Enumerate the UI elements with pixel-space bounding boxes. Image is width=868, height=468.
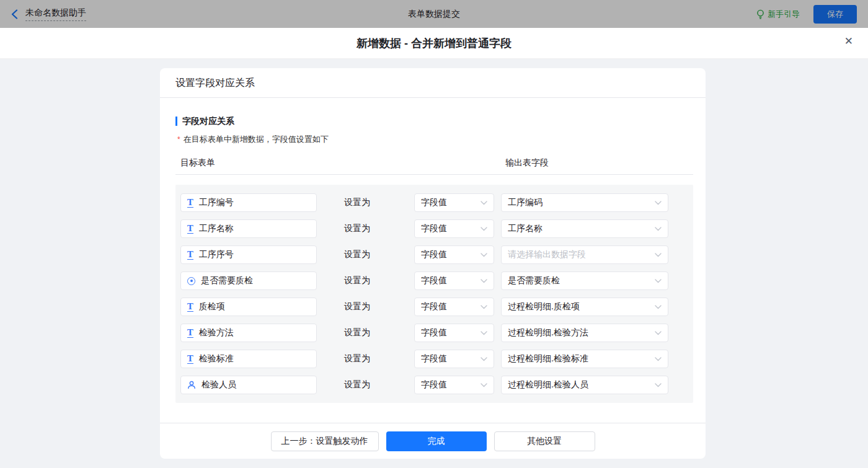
target-field-name: 质检项 (199, 301, 225, 312)
target-field-box: T 检验方法 (180, 324, 317, 342)
output-field-select[interactable]: 工序编码 (501, 193, 668, 212)
value-mode-selected: 字段值 (421, 327, 447, 338)
mapping-row: T 工序序号 设置为 字段值 请选 (180, 245, 688, 264)
chevron-down-icon (655, 357, 662, 361)
target-field-box: 检验人员 (180, 376, 317, 394)
output-field-select[interactable]: 过程检明细.检验方法 (501, 324, 668, 342)
close-icon[interactable]: ✕ (844, 36, 853, 46)
target-field-name: 检验方法 (199, 327, 234, 338)
set-as-label: 设置为 (344, 275, 370, 286)
mapping-row: 检验人员 设置为 字段值 过程检明细.检验人员 (180, 376, 688, 394)
value-mode-select[interactable]: 字段值 (414, 298, 494, 316)
previous-step-button[interactable]: 上一步：设置触发动作 (271, 431, 379, 451)
modal-body: 设置字段对应关系 字段对应关系 *在目标表单中新增数据，字段值设置如下 目标表单… (0, 59, 868, 468)
other-settings-button[interactable]: 其他设置 (494, 431, 595, 451)
chevron-down-icon (480, 201, 487, 205)
text-field-icon: T (187, 302, 193, 312)
target-field-name: 工序名称 (199, 223, 234, 234)
chevron-down-icon (480, 357, 487, 361)
output-field-select[interactable]: 过程检明细.质检项 (501, 298, 668, 316)
chevron-down-icon (655, 331, 662, 335)
chevron-down-icon (655, 201, 662, 205)
value-mode-select[interactable]: 字段值 (414, 350, 494, 368)
note-text: 在目标表单中新增数据，字段值设置如下 (184, 135, 329, 144)
chevron-down-icon (655, 279, 662, 283)
output-select-value: 工序编码 (508, 197, 542, 208)
column-header-target-form: 目标表单 (180, 157, 215, 169)
output-select-value: 请选择输出数据字段 (508, 249, 586, 260)
value-mode-selected: 字段值 (421, 301, 447, 312)
value-mode-select[interactable]: 字段值 (414, 245, 494, 264)
target-field-name: 工序序号 (199, 249, 234, 260)
output-field-select[interactable]: 是否需要质检 (501, 272, 668, 290)
text-field-icon: T (187, 329, 193, 338)
top-bar: 未命名数据助手 表单数据提交 新手引导 保存 (0, 0, 868, 28)
modal-title: 新增数据 - 合并新增到普通字段 (356, 36, 512, 51)
output-select-value: 过程检明细.检验标准 (508, 353, 588, 364)
output-select-value: 过程检明细.检验方法 (508, 327, 588, 338)
set-as-label: 设置为 (344, 379, 370, 391)
chevron-down-icon (655, 253, 662, 257)
section-note: *在目标表单中新增数据，字段值设置如下 (175, 134, 693, 145)
set-as-label: 设置为 (344, 223, 370, 234)
chevron-down-icon (480, 331, 487, 335)
target-field-name: 检验标准 (199, 353, 234, 364)
mapping-row: T 工序编号 设置为 字段值 工序 (180, 193, 688, 212)
chevron-down-icon (480, 227, 487, 231)
output-field-select[interactable]: 工序名称 (501, 219, 668, 238)
output-select-value: 是否需要质检 (508, 275, 560, 286)
value-mode-selected: 字段值 (421, 223, 447, 234)
text-field-icon: T (187, 198, 193, 208)
set-as-label: 设置为 (344, 249, 370, 260)
page-dim-overlay (0, 0, 868, 28)
output-field-select[interactable]: 过程检明细.检验标准 (501, 350, 668, 368)
section-title: 字段对应关系 (175, 117, 693, 126)
field-mapping-card: 设置字段对应关系 字段对应关系 *在目标表单中新增数据，字段值设置如下 目标表单… (160, 68, 706, 459)
set-as-label: 设置为 (344, 197, 370, 208)
value-mode-selected: 字段值 (421, 197, 447, 208)
chevron-down-icon (480, 279, 487, 283)
mapping-rows-container: T 工序编号 设置为 字段值 工序 (175, 185, 693, 403)
text-field-icon: T (187, 355, 193, 364)
chevron-down-icon (480, 305, 487, 309)
target-field-name: 检验人员 (202, 379, 236, 391)
column-header-output-fields: 输出表字段 (505, 157, 549, 169)
modal-header: 新增数据 - 合并新增到普通字段 ✕ (0, 28, 868, 59)
output-select-value: 工序名称 (508, 223, 542, 234)
chevron-down-icon (655, 227, 662, 231)
target-field-name: 工序编号 (199, 197, 234, 208)
value-mode-selected: 字段值 (421, 275, 447, 286)
value-mode-select[interactable]: 字段值 (414, 324, 494, 342)
user-field-icon (187, 381, 196, 389)
value-mode-selected: 字段值 (421, 379, 447, 391)
text-field-icon: T (187, 250, 193, 260)
column-headers: 目标表单 输出表字段 (175, 156, 693, 175)
target-field-box: T 质检项 (180, 298, 317, 316)
value-mode-select[interactable]: 字段值 (414, 272, 494, 290)
set-as-label: 设置为 (344, 301, 370, 312)
value-mode-select[interactable]: 字段值 (414, 376, 494, 394)
target-field-box: T 工序编号 (180, 193, 317, 212)
done-button[interactable]: 完成 (386, 431, 487, 451)
output-select-value: 过程检明细.质检项 (508, 301, 580, 312)
chevron-down-icon (655, 305, 662, 309)
value-mode-select[interactable]: 字段值 (414, 193, 494, 212)
mapping-row: T 工序名称 设置为 字段值 工序 (180, 219, 688, 238)
mapping-row: T 检验标准 设置为 字段值 过程 (180, 350, 688, 368)
target-field-box: T 工序序号 (180, 245, 317, 264)
value-mode-selected: 字段值 (421, 353, 447, 364)
output-field-select[interactable]: 请选择输出数据字段 (501, 245, 668, 264)
text-field-icon: T (187, 224, 193, 234)
set-as-label: 设置为 (344, 353, 370, 364)
chevron-down-icon (480, 383, 487, 387)
set-as-label: 设置为 (344, 327, 370, 338)
value-mode-selected: 字段值 (421, 249, 447, 260)
radio-field-icon (187, 277, 195, 285)
target-field-box: 是否需要质检 (180, 272, 317, 290)
value-mode-select[interactable]: 字段值 (414, 219, 494, 238)
card-footer: 上一步：设置触发动作 完成 其他设置 (160, 423, 706, 459)
chevron-down-icon (655, 383, 662, 387)
required-mark: * (177, 135, 180, 144)
target-field-box: T 工序名称 (180, 219, 317, 238)
output-field-select[interactable]: 过程检明细.检验人员 (501, 376, 668, 394)
